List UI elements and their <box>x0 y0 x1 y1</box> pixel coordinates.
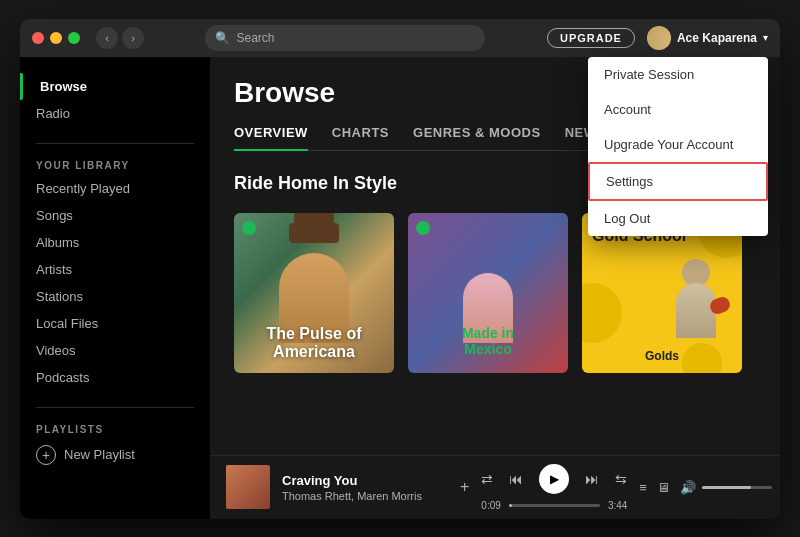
boxer-figure <box>666 259 726 349</box>
minimize-button[interactable] <box>50 32 62 44</box>
dropdown-upgrade-account[interactable]: Upgrade Your Account <box>588 127 768 162</box>
sidebar-item-videos[interactable]: Videos <box>20 337 210 364</box>
library-section: YOUR LIBRARY Recently Played Songs Album… <box>20 152 210 391</box>
new-playlist-label: New Playlist <box>64 447 135 462</box>
americana-label: The Pulse ofAmericana <box>234 325 394 361</box>
tab-genres-moods[interactable]: GENRES & MOODS <box>413 125 541 150</box>
sidebar-divider <box>36 143 194 144</box>
americana-hat <box>289 223 339 243</box>
search-icon: 🔍 <box>215 31 230 45</box>
boxer-body <box>676 283 716 338</box>
dot-2 <box>582 283 622 343</box>
radio-label: Radio <box>36 106 70 121</box>
now-playing-title: Craving You <box>282 473 442 488</box>
now-playing-artist: Thomas Rhett, Maren Morris <box>282 490 442 502</box>
play-pause-button[interactable]: ▶ <box>539 464 569 494</box>
user-area[interactable]: Ace Kaparena ▾ <box>647 26 768 50</box>
back-button[interactable]: ‹ <box>96 27 118 49</box>
sidebar-item-artists[interactable]: Artists <box>20 256 210 283</box>
player-controls: ⇄ ⏮ ▶ ⏭ ⇆ 0:09 3:44 <box>481 464 627 511</box>
sidebar-item-local-files[interactable]: Local Files <box>20 310 210 337</box>
sidebar-item-stations[interactable]: Stations <box>20 283 210 310</box>
repeat-button[interactable]: ⇆ <box>615 471 627 487</box>
cards-row: The Pulse ofAmericana Made inMexico <box>234 213 756 373</box>
dropdown-private-session[interactable]: Private Session <box>588 57 768 92</box>
section-title: Ride Home In Style <box>234 173 397 194</box>
time-total: 3:44 <box>608 500 627 511</box>
control-buttons: ⇄ ⏮ ▶ ⏭ ⇆ <box>481 464 627 494</box>
card-gold-school[interactable]: Gold School Golds <box>582 213 742 373</box>
dropdown-logout[interactable]: Log Out <box>588 201 768 236</box>
dropdown-settings[interactable]: ➡ Settings <box>588 162 768 201</box>
sidebar-item-podcasts[interactable]: Podcasts <box>20 364 210 391</box>
your-library-label: YOUR LIBRARY <box>20 152 210 175</box>
dropdown-menu: Private Session Account Upgrade Your Acc… <box>588 57 768 236</box>
close-button[interactable] <box>32 32 44 44</box>
sidebar-item-songs[interactable]: Songs <box>20 202 210 229</box>
search-placeholder: Search <box>236 31 274 45</box>
now-playing-thumbnail <box>226 465 270 509</box>
previous-button[interactable]: ⏮ <box>509 471 523 487</box>
devices-icon[interactable]: 🖥 <box>657 480 670 495</box>
plus-icon: + <box>36 445 56 465</box>
sidebar: Browse Radio YOUR LIBRARY Recently Playe… <box>20 57 210 519</box>
avatar <box>647 26 671 50</box>
card-mexico[interactable]: Made inMexico <box>408 213 568 373</box>
search-bar[interactable]: 🔍 Search <box>205 25 485 51</box>
tab-overview[interactable]: OVERVIEW <box>234 125 308 150</box>
traffic-lights <box>32 32 80 44</box>
playlists-label: PLAYLISTS <box>20 416 210 439</box>
nav-arrows: ‹ › <box>96 27 144 49</box>
card-americana[interactable]: The Pulse ofAmericana <box>234 213 394 373</box>
maximize-button[interactable] <box>68 32 80 44</box>
spotify-logo-americana <box>242 221 256 235</box>
next-button[interactable]: ⏭ <box>585 471 599 487</box>
sidebar-divider-2 <box>36 407 194 408</box>
sidebar-item-radio[interactable]: Radio <box>20 100 210 127</box>
sidebar-item-recently-played[interactable]: Recently Played <box>20 175 210 202</box>
dropdown-account[interactable]: Account <box>588 92 768 127</box>
volume-icon[interactable]: 🔊 <box>680 480 696 495</box>
progress-track[interactable] <box>509 504 600 507</box>
app-window: ‹ › 🔍 Search UPGRADE Ace Kaparena ▾ Priv… <box>20 19 780 519</box>
add-to-playlist-button[interactable]: + <box>460 478 469 496</box>
tab-charts[interactable]: CHARTS <box>332 125 389 150</box>
title-bar: ‹ › 🔍 Search UPGRADE Ace Kaparena ▾ Priv… <box>20 19 780 57</box>
mexico-label: Made inMexico <box>408 325 568 357</box>
right-controls: ≡ 🖥 🔊 <box>639 480 772 495</box>
username-label: Ace Kaparena <box>677 31 757 45</box>
playlists-section: PLAYLISTS + New Playlist <box>20 416 210 503</box>
shuffle-button[interactable]: ⇄ <box>481 471 493 487</box>
spotify-logo-mexico <box>416 221 430 235</box>
progress-bar-wrap: 0:09 3:44 <box>481 500 627 511</box>
progress-fill <box>509 504 513 507</box>
sidebar-item-browse[interactable]: Browse <box>20 73 103 100</box>
time-current: 0:09 <box>481 500 500 511</box>
volume-track[interactable] <box>702 486 772 489</box>
chevron-down-icon: ▾ <box>763 32 768 43</box>
sidebar-nav-section: Browse Radio <box>20 73 210 127</box>
volume-bar-wrap: 🔊 <box>680 480 772 495</box>
gold-school-subtitle: Golds <box>582 349 742 363</box>
sidebar-item-albums[interactable]: Albums <box>20 229 210 256</box>
upgrade-button[interactable]: UPGRADE <box>547 28 635 48</box>
forward-button[interactable]: › <box>122 27 144 49</box>
new-playlist-button[interactable]: + New Playlist <box>20 439 210 471</box>
browse-label: Browse <box>40 79 87 94</box>
now-playing-info: Craving You Thomas Rhett, Maren Morris <box>282 473 442 502</box>
now-playing-bar: Craving You Thomas Rhett, Maren Morris +… <box>210 455 780 519</box>
queue-icon[interactable]: ≡ <box>639 480 647 495</box>
browse-nav-wrap: Browse <box>20 73 210 100</box>
volume-fill <box>702 486 751 489</box>
